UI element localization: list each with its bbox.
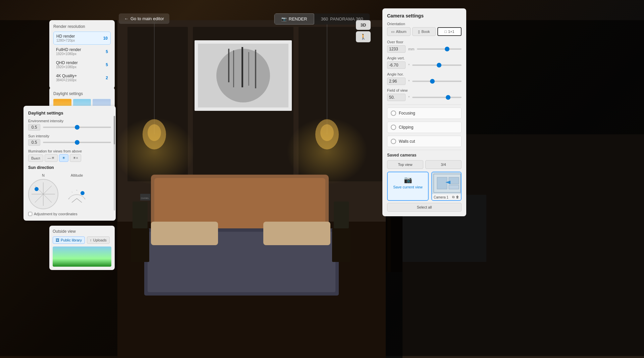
over-floor-input[interactable] [387,45,406,53]
camera1-floorplan [432,172,461,194]
arrow-left-icon: ← [124,16,128,21]
illum-sun-plus-btn[interactable]: ☀+ [70,154,81,162]
separator-2 [387,150,462,150]
scrollbar-thumb[interactable] [114,116,115,144]
over-floor-slider[interactable] [417,48,462,50]
angle-vert-input[interactable] [387,61,406,69]
svg-rect-26 [151,222,218,245]
select-all-button[interactable]: Select all [387,203,462,212]
over-floor-section: Over floor mm [387,40,462,53]
svg-rect-10 [233,50,234,87]
over-floor-unit: mm [408,47,414,51]
angle-hor-slider[interactable] [412,81,462,82]
orient-1x1-btn[interactable]: □ 1×1 [437,27,462,36]
res-option-fullhd[interactable]: FullHD render 1920×1080px 5 [53,45,111,58]
res-fullhd-dims: 1920×1080px [56,52,81,56]
res-qhd-name: QHD render [56,60,78,65]
angle-hor-unit: ° [408,79,410,83]
3d-view-button[interactable]: 3D [356,20,371,30]
svg-rect-54 [437,177,447,189]
go-to-editor-label: Go to main editor [130,16,164,21]
svg-line-46 [72,192,72,192]
res-option-hd[interactable]: HD render 1280×720px 10 [53,32,111,45]
adj-coord-checkbox[interactable] [28,212,32,216]
illum-off-btn[interactable]: Выкл [28,154,43,162]
env-intensity-slider[interactable] [43,127,111,128]
camera-view-buttons: Top view 3/4 [387,160,462,169]
svg-rect-9 [228,49,229,82]
scrollbar[interactable] [114,116,115,211]
uploads-label: Uploads [93,238,106,242]
walls-cut-label: Walls cut [399,139,415,144]
delete-icon[interactable]: 🗑 [456,195,459,199]
angle-hor-label: Angle hor. [387,72,462,76]
panel-daylight-settings: Daylight settings Environment intensity … [23,106,116,221]
adj-coord-label: Adjustment by coordinates [34,212,77,216]
camera1-thumb[interactable]: Camera 1 ⧉ 🗑 [431,172,462,201]
svg-rect-56 [449,185,459,189]
sun-intensity-slider[interactable] [43,142,111,143]
res-4k-count: 2 [106,76,108,80]
public-library-label: Public library [61,238,82,242]
orient-album-btn[interactable]: ▭ Album [387,27,411,36]
three-quarter-btn[interactable]: 3/4 [425,160,462,169]
panel-outside-view: Outside view 🖼 Public library ↑ Uploads [49,226,115,270]
angle-vert-slider[interactable] [412,64,462,66]
top-view-btn[interactable]: Top view [387,160,423,169]
over-floor-label: Over floor [387,40,462,44]
angle-vert-label: Angle vert. [387,56,462,60]
fov-section: Field of view ° [387,88,462,101]
focusing-toggle[interactable]: Focusing [387,107,462,119]
render-tab[interactable]: 📷 RENDER [274,13,314,25]
res-fullhd-count: 5 [106,49,108,54]
focusing-toggle-circle [391,110,396,116]
compass[interactable] [28,179,58,209]
compass-area: N [28,173,58,209]
camera-icon: 📷 [281,16,287,21]
res-option-4k[interactable]: 4K Quality+ 3840×2160px 2 [53,72,111,84]
svg-rect-29 [132,202,148,228]
view-controls: 3D 🚶 [356,20,371,42]
copy-icon[interactable]: ⧉ [452,195,454,199]
clipping-toggle[interactable]: Clipping [387,122,462,133]
compass-n-label: N [28,173,58,177]
panel-render-resolution: Render resolution HD render 1280×720px 1… [49,20,115,89]
res-hd-dims: 1280×720px [56,39,75,42]
outside-preview-image [53,247,111,267]
illum-sun-btn[interactable]: ☀ [59,154,68,162]
render-tabs: 📷 RENDER 360 PANORAMA 360 [274,13,370,25]
person-view-button[interactable]: 🚶 [356,31,371,42]
camera-plus-icon: 📷 [391,176,425,184]
fov-input[interactable] [387,94,406,101]
go-to-editor-button[interactable]: ← Go to main editor [119,13,169,24]
orient-album-label: Album [396,30,406,34]
360-icon: 360 [321,16,328,21]
illum-dim-btn[interactable]: —☀ [45,154,58,162]
res-hd-name: HD render [56,34,75,39]
outside-tab-uploads[interactable]: ↑ Uploads [87,236,110,244]
clipping-label: Clipping [399,125,413,130]
outside-tab-public-library[interactable]: 🖼 Public library [53,236,85,244]
svg-rect-13 [255,50,256,88]
altitude-dial[interactable] [65,179,89,203]
altitude-svg [65,179,89,203]
svg-text:CHANEL: CHANEL [141,197,149,199]
angle-hor-input[interactable] [387,78,406,85]
altitude-area: Altitude [65,173,89,203]
walls-cut-toggle[interactable]: Walls cut [387,136,462,147]
orientation-row: ▭ Album ▯ Book □ 1×1 [387,27,462,36]
sun-direction-title: Sun direction [28,165,111,170]
svg-point-51 [80,191,85,195]
res-qhd-count: 5 [106,62,108,67]
svg-rect-30 [332,228,351,262]
saved-cameras-title: Saved cameras [387,153,462,158]
angle-vert-section: Angle vert. ° [387,56,462,69]
orient-book-btn[interactable]: ▯ Book [412,27,436,36]
fov-slider[interactable] [412,97,462,98]
camera1-label: Camera 1 [434,195,448,199]
separator-1 [387,104,462,105]
panel-camera-settings: Camera settings Orientation ▭ Album ▯ Bo… [382,8,466,216]
res-4k-dims: 3840×2160px [56,78,77,82]
res-option-qhd[interactable]: QHD render 1920×1080px 5 [53,58,111,71]
save-current-btn[interactable]: 📷 Save current view [387,172,429,201]
